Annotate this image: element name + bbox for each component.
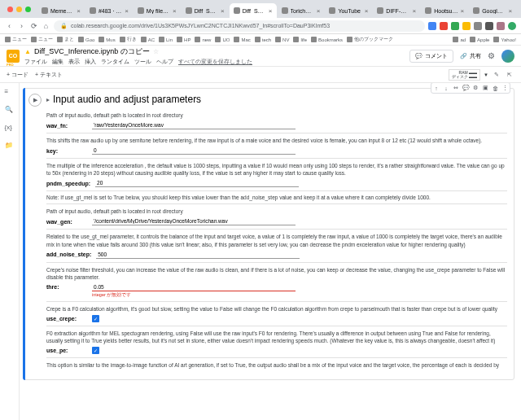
menu-item[interactable]: ツール (134, 58, 151, 66)
param-label: use_crepe: (46, 316, 87, 322)
param-input[interactable] (96, 251, 300, 259)
close-window[interactable] (7, 7, 13, 12)
param-input[interactable] (92, 147, 296, 155)
param-description: Path of input audio, default path is loc… (46, 208, 507, 215)
comment-button[interactable]: 💬 コメント (409, 50, 453, 63)
param-label: add_noise_step: (46, 252, 91, 257)
colab-toolbar: + コード + テキスト RAM ▬▬ ディスク ▬▬ ▼ ✎ ⇱ (0, 67, 521, 83)
vars-icon[interactable]: {x} (5, 124, 15, 133)
back-button[interactable]: ‹ (5, 21, 14, 30)
drive-icon: ▲ (24, 48, 31, 55)
bookmark-item[interactable]: ニュー (31, 36, 53, 43)
bookmark-item[interactable]: UO (215, 36, 230, 43)
param-label: key: (46, 148, 87, 154)
bookmark-item[interactable]: tech (255, 36, 271, 43)
param-input[interactable] (95, 179, 299, 187)
move-up-icon[interactable]: ↑ (432, 84, 440, 92)
extension-icon[interactable] (428, 22, 436, 30)
resource-indicator[interactable]: RAM ▬▬ ディスク ▬▬ (449, 69, 480, 81)
browser-tab[interactable]: YouTube× (325, 3, 372, 18)
menu-item[interactable]: 編集 (52, 58, 63, 66)
extension-icon[interactable] (497, 22, 505, 30)
param-label: thre: (46, 284, 87, 290)
user-avatar[interactable] (501, 50, 514, 63)
run-cell-button[interactable]: ▶ (28, 94, 42, 107)
more-icon[interactable]: ⋮ (501, 84, 509, 92)
add-code-button[interactable]: + コード (7, 71, 28, 79)
url-input[interactable]: 🔒 colab.research.google.com/drive/1Us3K5… (54, 20, 425, 32)
profile-icon[interactable] (508, 22, 516, 30)
edit-icon[interactable]: ✎ (492, 70, 501, 80)
browser-tab[interactable]: Diff_SVC_Infe× (230, 3, 277, 18)
colab-logo[interactable] (7, 50, 20, 63)
delete-cell-icon[interactable]: 🗑 (491, 84, 499, 92)
bookmark-item[interactable]: 他のブックマーク (347, 36, 393, 43)
mirror-icon[interactable]: ▣ (481, 84, 489, 92)
extension-icon[interactable] (451, 22, 459, 30)
menu-item[interactable]: ヘルプ (156, 58, 173, 66)
bookmark-item[interactable]: Goo (78, 36, 94, 43)
extension-icon[interactable] (474, 22, 482, 30)
link-icon[interactable]: ⇔ (452, 84, 460, 92)
star-icon[interactable]: ☆ (153, 48, 159, 55)
menu-item[interactable]: 表示 (68, 58, 80, 66)
extension-icon[interactable] (462, 22, 471, 30)
document-title[interactable]: Diff_SVC_Inference.ipynb のコピー (34, 46, 150, 57)
browser-tab[interactable]: #483 · Issue #× (85, 3, 133, 18)
toc-icon[interactable]: ≡ (5, 88, 15, 98)
bookmark-item[interactable]: Lin (159, 36, 173, 43)
bookmark-item[interactable]: Mac (234, 36, 250, 43)
expand-icon[interactable]: ⇱ (505, 70, 514, 80)
cell-toolbar: ↑ ↓ ⇔ 💬 ⚙ ▣ 🗑 ⋮ (431, 83, 510, 94)
browser-tab[interactable]: My files - One× (134, 3, 181, 18)
minimize-window[interactable] (16, 7, 22, 12)
collapse-icon[interactable]: ▸ (46, 96, 50, 103)
bookmark-item[interactable]: life (293, 36, 307, 43)
extension-icon[interactable] (485, 22, 493, 30)
bookmark-item[interactable]: AC (141, 36, 155, 43)
settings-icon[interactable]: ⚙ (488, 51, 495, 60)
bookmark-item[interactable]: Yahoo! (493, 37, 516, 42)
forward-button[interactable]: › (17, 21, 26, 30)
menu-item[interactable]: ファイル (24, 58, 47, 66)
param-input[interactable] (92, 217, 296, 225)
form-parameter: F0 extraction algorithm for MEL spectogr… (46, 326, 507, 357)
browser-tab[interactable]: Memeplex.app× (37, 3, 85, 18)
search-icon[interactable]: 🔍 (5, 106, 15, 116)
param-checkbox[interactable]: ✓ (92, 315, 99, 322)
bookmark-item[interactable]: ニュー (5, 36, 27, 43)
bookmark-item[interactable]: NV (275, 36, 289, 43)
menu-item[interactable]: ランタイム (101, 58, 129, 66)
bookmark-item[interactable]: ad (453, 37, 466, 42)
param-checkbox[interactable]: ✓ (92, 347, 99, 354)
reload-button[interactable]: ⟳ (29, 21, 38, 30)
extension-icon[interactable] (440, 22, 448, 30)
bookmark-item[interactable]: Apple (470, 37, 489, 42)
menu-item[interactable]: 挿入 (85, 58, 96, 66)
browser-tab[interactable]: Google Colab× (469, 3, 516, 18)
param-error: integer が無効です (92, 292, 507, 298)
files-icon[interactable]: 📁 (5, 142, 15, 151)
home-button[interactable]: ⌂ (42, 21, 50, 30)
browser-tab[interactable]: Hootsuite× (421, 3, 468, 18)
browser-tab[interactable]: DIFF-SVC FO× (373, 3, 420, 18)
param-input[interactable] (92, 283, 296, 291)
settings-cell-icon[interactable]: ⚙ (471, 84, 479, 92)
browser-tab[interactable]: Diff_SVC_trai× (182, 3, 229, 18)
bookmark-item[interactable]: 行き (120, 36, 137, 43)
code-cell[interactable]: ↑ ↓ ⇔ 💬 ⚙ ▣ 🗑 ⋮ ▶ ▸ Input audio and adju… (23, 88, 514, 380)
share-button[interactable]: 🔗 共有 (460, 52, 481, 60)
add-text-button[interactable]: + テキスト (35, 71, 63, 79)
bookmark-item[interactable]: まと (57, 36, 74, 43)
comment-cell-icon[interactable]: 💬 (462, 84, 470, 92)
param-label: pndm_speedup: (46, 181, 90, 186)
bookmark-item[interactable]: new (195, 36, 211, 43)
bookmark-item[interactable]: Mus (99, 36, 115, 43)
maximize-window[interactable] (25, 7, 31, 12)
bookmark-item[interactable]: HP (177, 36, 190, 43)
url-text: colab.research.google.com/drive/1Us3K5PW… (71, 23, 330, 28)
move-down-icon[interactable]: ↓ (442, 84, 450, 92)
param-input[interactable] (92, 121, 296, 129)
bookmark-item[interactable]: Bookmarks (311, 36, 343, 43)
browser-tab[interactable]: Torichan - Go× (278, 3, 325, 18)
